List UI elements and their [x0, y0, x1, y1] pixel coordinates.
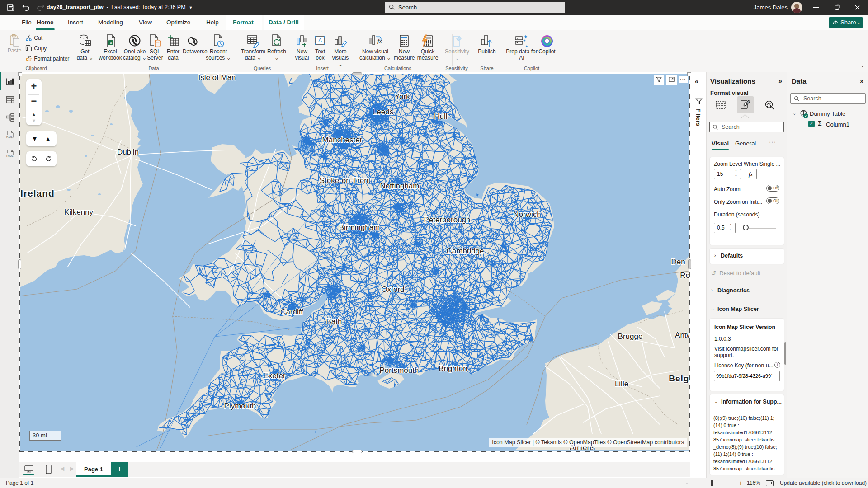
svg-text:fx: fx [377, 38, 382, 44]
svg-text:Antw: Antw [675, 331, 689, 339]
svg-text:DAX: DAX [6, 136, 12, 139]
svg-text:X: X [109, 41, 112, 45]
svg-text:Cambridge: Cambridge [446, 247, 484, 255]
svg-text:Kilkenny: Kilkenny [64, 208, 94, 216]
svg-text:Manchester: Manchester [322, 136, 363, 144]
svg-text:Peterborough: Peterborough [424, 216, 470, 224]
svg-text:Cardiff: Cardiff [280, 308, 303, 316]
svg-text:Hull: Hull [434, 112, 447, 121]
svg-text:Ro: Ro [680, 271, 689, 280]
svg-text:Dublin: Dublin [117, 148, 139, 156]
svg-text:Portsmouth: Portsmouth [380, 366, 419, 375]
svg-text:Den: Den [671, 258, 685, 266]
svg-text:Birmingham: Birmingham [339, 223, 380, 232]
svg-text:Brighton: Brighton [439, 364, 467, 373]
svg-text:A: A [318, 37, 322, 44]
svg-text:Bath: Bath [326, 317, 342, 326]
svg-text:Ireland: Ireland [20, 188, 55, 198]
svg-text:Leeds: Leeds [373, 108, 393, 116]
svg-text:Brugge: Brugge [618, 332, 643, 341]
svg-text:TMDL: TMDL [6, 155, 14, 157]
svg-text:Stoke-on-Trent: Stoke-on-Trent [320, 176, 371, 185]
svg-text:Plymouth: Plymouth [224, 402, 256, 410]
svg-text:York: York [395, 92, 410, 101]
svg-text:Belgi: Belgi [669, 374, 689, 383]
svg-text:Norwich: Norwich [513, 210, 541, 219]
svg-text:Lille: Lille [615, 380, 628, 388]
svg-text:Exeter: Exeter [263, 371, 285, 380]
svg-text:Oxford: Oxford [381, 285, 404, 294]
svg-text:Nottingham: Nottingham [380, 182, 420, 190]
svg-text:Isle of Man: Isle of Man [198, 74, 236, 82]
